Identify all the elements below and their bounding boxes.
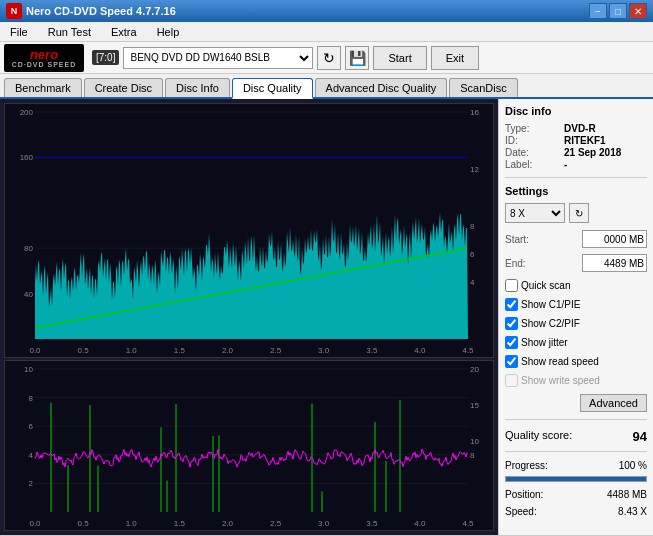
disc-label-label: Label: [505, 159, 558, 170]
disc-info-title: Disc info [505, 105, 647, 117]
tab-create-disc[interactable]: Create Disc [84, 78, 163, 97]
start-button[interactable]: Start [373, 46, 426, 70]
bottom-chart [4, 360, 494, 531]
advanced-button[interactable]: Advanced [580, 394, 647, 412]
show-c1pie-row: Show C1/PIE [505, 298, 647, 311]
quick-scan-checkbox[interactable] [505, 279, 518, 292]
title-bar: N Nero CD-DVD Speed 4.7.7.16 − □ ✕ [0, 0, 653, 22]
settings-title: Settings [505, 185, 647, 197]
type-label: Type: [505, 123, 558, 134]
maximize-button[interactable]: □ [609, 3, 627, 19]
title-bar-text: Nero CD-DVD Speed 4.7.7.16 [26, 5, 589, 17]
menu-bar: File Run Test Extra Help [0, 22, 653, 42]
id-label: ID: [505, 135, 558, 146]
quality-score-label: Quality score: [505, 429, 572, 444]
window-controls: − □ ✕ [589, 3, 647, 19]
tab-advanced-disc-quality[interactable]: Advanced Disc Quality [315, 78, 448, 97]
show-jitter-row: Show jitter [505, 336, 647, 349]
show-write-speed-row: Show write speed [505, 374, 647, 387]
show-c1pie-checkbox[interactable] [505, 298, 518, 311]
tab-scan-disc[interactable]: ScanDisc [449, 78, 517, 97]
progress-bar-outer [505, 476, 647, 482]
top-chart-canvas [5, 104, 493, 357]
show-read-speed-row: Show read speed [505, 355, 647, 368]
toolbar: nero CD·DVD SPEED [7:0] BENQ DVD DD DW16… [0, 42, 653, 74]
disc-info-grid: Type: DVD-R ID: RITEKF1 Date: 21 Sep 201… [505, 123, 647, 170]
app-logo: nero CD·DVD SPEED [4, 44, 84, 72]
menu-extra[interactable]: Extra [105, 24, 143, 40]
show-read-speed-checkbox[interactable] [505, 355, 518, 368]
show-read-speed-label: Show read speed [521, 356, 599, 367]
tab-benchmark[interactable]: Benchmark [4, 78, 82, 97]
separator-2 [505, 419, 647, 420]
start-mb-label: Start: [505, 234, 529, 245]
position-row: Position: 4488 MB [505, 489, 647, 500]
show-write-speed-label: Show write speed [521, 375, 600, 386]
date-label: Date: [505, 147, 558, 158]
minimize-button[interactable]: − [589, 3, 607, 19]
menu-help[interactable]: Help [151, 24, 186, 40]
show-c2pif-label: Show C2/PIF [521, 318, 580, 329]
speed-value: 8.43 X [618, 506, 647, 517]
drive-label: [7:0] [92, 50, 119, 65]
end-mb-label: End: [505, 258, 526, 269]
refresh-button[interactable]: ↻ [317, 46, 341, 70]
position-value: 4488 MB [607, 489, 647, 500]
tab-disc-info[interactable]: Disc Info [165, 78, 230, 97]
separator-3 [505, 451, 647, 452]
main-content: Disc info Type: DVD-R ID: RITEKF1 Date: … [0, 99, 653, 535]
speed-row: 8 X ↻ [505, 203, 647, 223]
speed-refresh-button[interactable]: ↻ [569, 203, 589, 223]
progress-row: Progress: 100 % [505, 460, 647, 471]
menu-run-test[interactable]: Run Test [42, 24, 97, 40]
drive-dropdown[interactable]: BENQ DVD DD DW1640 BSLB [123, 47, 313, 69]
show-c1pie-label: Show C1/PIE [521, 299, 580, 310]
top-chart [4, 103, 494, 358]
show-jitter-checkbox[interactable] [505, 336, 518, 349]
quality-score-row: Quality score: 94 [505, 429, 647, 444]
progress-value: 100 % [619, 460, 647, 471]
tabs-bar: Benchmark Create Disc Disc Info Disc Qua… [0, 74, 653, 99]
separator-1 [505, 177, 647, 178]
exit-button[interactable]: Exit [431, 46, 479, 70]
close-button[interactable]: ✕ [629, 3, 647, 19]
show-c2pif-row: Show C2/PIF [505, 317, 647, 330]
tab-disc-quality[interactable]: Disc Quality [232, 78, 313, 99]
drive-selector: [7:0] BENQ DVD DD DW1640 BSLB [92, 47, 313, 69]
start-field-row: Start: [505, 230, 647, 248]
id-value: RITEKF1 [564, 135, 647, 146]
quick-scan-row: Quick scan [505, 279, 647, 292]
quality-score-value: 94 [633, 429, 647, 444]
speed-row-2: Speed: 8.43 X [505, 506, 647, 517]
menu-file[interactable]: File [4, 24, 34, 40]
show-write-speed-checkbox[interactable] [505, 374, 518, 387]
date-value: 21 Sep 2018 [564, 147, 647, 158]
speed-label: Speed: [505, 506, 537, 517]
right-panel: Disc info Type: DVD-R ID: RITEKF1 Date: … [498, 99, 653, 535]
position-label: Position: [505, 489, 543, 500]
end-field-row: End: [505, 254, 647, 272]
show-c2pif-checkbox[interactable] [505, 317, 518, 330]
progress-label: Progress: [505, 460, 548, 471]
quick-scan-label: Quick scan [521, 280, 570, 291]
app-icon: N [6, 3, 22, 19]
speed-select[interactable]: 8 X [505, 203, 565, 223]
show-jitter-label: Show jitter [521, 337, 568, 348]
bottom-chart-canvas [5, 361, 493, 530]
end-mb-input[interactable] [582, 254, 647, 272]
type-value: DVD-R [564, 123, 647, 134]
start-mb-input[interactable] [582, 230, 647, 248]
charts-area [0, 99, 498, 535]
disc-label-value: - [564, 159, 647, 170]
progress-bar-inner [506, 477, 646, 481]
save-button[interactable]: 💾 [345, 46, 369, 70]
